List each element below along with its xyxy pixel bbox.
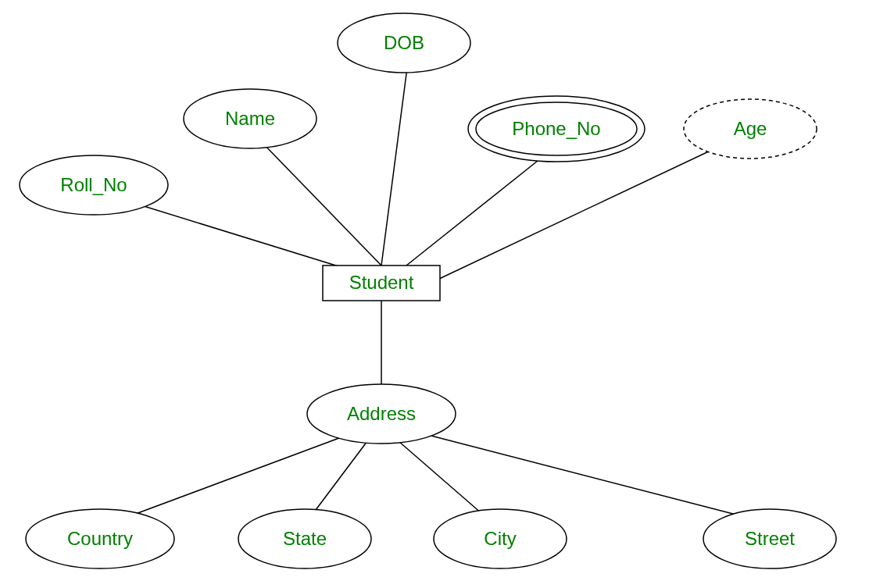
edge-address-street [422, 433, 754, 519]
label-name: Name [225, 108, 275, 130]
label-phoneno: Phone_No [512, 118, 600, 140]
edge-student-age [438, 143, 727, 280]
edge-address-country [121, 433, 352, 519]
label-city: City [484, 528, 516, 550]
label-country: Country [67, 528, 133, 550]
label-dob: DOB [384, 32, 424, 54]
edge-student-dob [381, 68, 407, 265]
label-street: Street [745, 528, 795, 550]
edge-student-phoneno [406, 155, 545, 265]
label-state: State [283, 528, 327, 550]
edge-address-city [399, 441, 488, 519]
er-diagram [0, 0, 869, 588]
edge-address-state [309, 441, 367, 519]
edge-student-name [260, 141, 381, 265]
label-age: Age [734, 118, 767, 140]
label-address: Address [347, 403, 416, 425]
label-rollno: Roll_No [60, 174, 127, 196]
label-student: Student [349, 272, 414, 294]
